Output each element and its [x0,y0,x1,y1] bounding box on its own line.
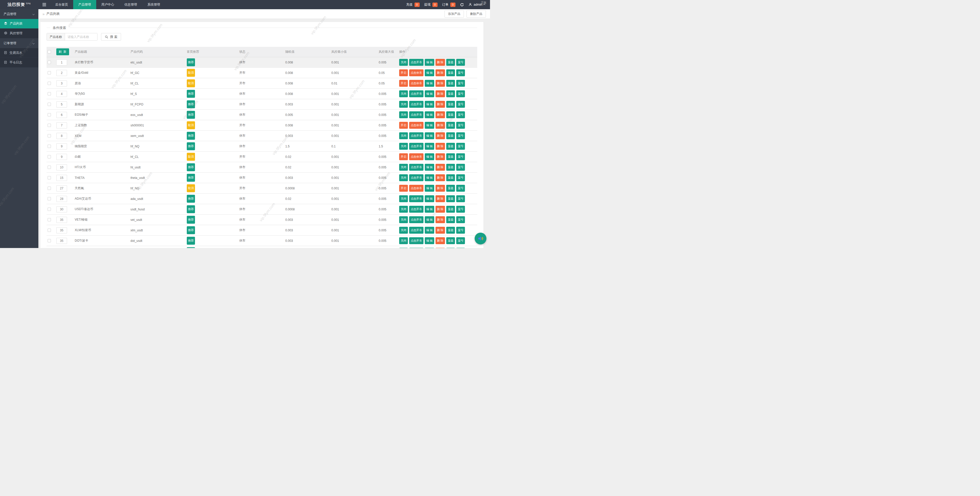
counter-提现[interactable]: 提现0 [424,3,438,7]
row-checkbox[interactable] [48,197,51,200]
sidebar-item-平仓日志[interactable]: 平仓日志 [0,58,38,67]
row-action-button[interactable]: 显盈 [446,206,455,213]
row-action-button[interactable]: 显亏 [456,111,465,118]
row-sort-input[interactable]: 8 [56,133,67,139]
recommend-badge[interactable]: 推荐 [187,247,195,248]
row-checkbox[interactable] [48,228,51,232]
row-checkbox[interactable] [48,71,51,75]
row-action-button[interactable]: 编 辑 [425,174,434,181]
user-menu[interactable]: admin [469,3,485,6]
row-action-button[interactable]: 显亏 [456,153,465,160]
row-action-button[interactable]: 显盈 [446,90,455,97]
row-sort-input[interactable]: 28 [56,196,67,202]
row-action-button[interactable]: 删 除 [436,143,445,150]
row-action-button[interactable]: 关闭 [399,248,408,248]
row-action-button[interactable]: 显亏 [456,174,465,181]
row-action-button[interactable]: 删 除 [436,206,445,213]
row-action-button[interactable]: 删 除 [436,164,445,171]
row-action-button[interactable]: 点击开市 [409,132,423,139]
row-checkbox[interactable] [48,155,51,158]
menu-toggle-icon[interactable] [38,0,50,9]
row-action-button[interactable]: 显亏 [456,90,465,97]
row-checkbox[interactable] [48,239,51,242]
row-action-button[interactable]: 关闭 [399,132,408,139]
row-action-button[interactable]: 点击休市 [409,185,423,192]
row-action-button[interactable]: 编 辑 [425,206,434,213]
row-action-button[interactable]: 删 除 [436,174,445,181]
table-refresh-button[interactable]: 刷 新 [56,48,69,55]
row-action-button[interactable]: 删 除 [436,59,445,66]
row-action-button[interactable]: 点击休市 [409,122,423,129]
row-action-button[interactable]: 删 除 [436,101,445,108]
top-menu-item[interactable]: 后台首页 [50,0,73,9]
row-action-button[interactable]: 开启 [399,69,408,76]
row-action-button[interactable]: 点击开市 [409,111,423,118]
row-action-button[interactable]: 关闭 [399,206,408,213]
row-action-button[interactable]: 编 辑 [425,195,434,202]
row-action-button[interactable]: 关闭 [399,227,408,234]
top-menu-item[interactable]: 系统管理 [142,0,165,9]
row-action-button[interactable]: 显盈 [446,143,455,150]
row-checkbox[interactable] [48,134,51,137]
row-action-button[interactable]: 显亏 [456,237,465,244]
row-action-button[interactable]: 编 辑 [425,69,434,76]
row-action-button[interactable]: 点击开市 [409,206,423,213]
recommend-badge[interactable]: 取消 [187,69,195,77]
row-action-button[interactable]: 编 辑 [425,122,434,129]
delete-product-button[interactable]: 删除产品 [466,10,486,18]
row-action-button[interactable]: 编 辑 [425,132,434,139]
row-action-button[interactable]: 删 除 [436,122,445,129]
row-action-button[interactable]: 显盈 [446,132,455,139]
row-action-button[interactable]: 开启 [399,153,408,160]
row-sort-input[interactable]: 4 [56,91,67,97]
row-action-button[interactable]: 显亏 [456,216,465,223]
sidebar-item-风控管理[interactable]: 风控管理 [0,29,38,38]
row-action-button[interactable]: 编 辑 [425,90,434,97]
row-action-button[interactable]: 删 除 [436,237,445,244]
row-action-button[interactable]: 编 辑 [425,143,434,150]
row-checkbox[interactable] [48,207,51,211]
row-sort-input[interactable]: 35 [56,238,67,244]
row-action-button[interactable]: 显盈 [446,69,455,76]
row-action-button[interactable]: 编 辑 [425,153,434,160]
row-sort-input[interactable]: 35 [56,227,67,233]
row-action-button[interactable]: 显亏 [456,143,465,150]
row-action-button[interactable]: 点击开市 [409,195,423,202]
row-sort-input[interactable]: 27 [56,185,67,191]
row-action-button[interactable]: 点击开市 [409,237,423,244]
row-checkbox[interactable] [48,124,51,127]
row-action-button[interactable]: 显盈 [446,101,455,108]
row-sort-input[interactable]: 6 [56,112,67,118]
row-action-button[interactable]: 显盈 [446,111,455,118]
row-action-button[interactable]: 点击开市 [409,174,423,181]
row-action-button[interactable]: 编 辑 [425,80,434,87]
recommend-badge[interactable]: 推荐 [187,132,195,140]
row-action-button[interactable]: 开启 [399,185,408,192]
row-action-button[interactable]: 点击开市 [409,143,423,150]
recommend-badge[interactable]: 推荐 [187,100,195,108]
row-sort-input[interactable]: 30 [56,206,67,212]
row-action-button[interactable]: 显亏 [456,195,465,202]
row-action-button[interactable]: 关闭 [399,164,408,171]
row-action-button[interactable]: 点击开市 [409,101,423,108]
row-checkbox[interactable] [48,103,51,106]
row-action-button[interactable]: 显盈 [446,122,455,129]
recommend-badge[interactable]: 推荐 [187,237,195,245]
row-action-button[interactable]: 删 除 [436,248,445,248]
product-name-input[interactable] [65,33,97,40]
row-action-button[interactable]: 显盈 [446,216,455,223]
row-action-button[interactable]: 显亏 [456,69,465,76]
row-sort-input[interactable]: 5 [56,101,67,107]
row-action-button[interactable]: 编 辑 [425,237,434,244]
counter-订单[interactable]: 订单0 [442,3,455,7]
row-action-button[interactable]: 删 除 [436,185,445,192]
row-action-button[interactable]: 删 除 [436,80,445,87]
row-sort-input[interactable]: 10 [56,164,67,171]
row-action-button[interactable]: 点击开市 [409,216,423,223]
row-action-button[interactable]: 关闭 [399,143,408,150]
row-action-button[interactable]: 编 辑 [425,101,434,108]
row-action-button[interactable]: 显亏 [456,206,465,213]
row-action-button[interactable]: 点击开市 [409,248,423,248]
row-action-button[interactable]: 关闭 [399,237,408,244]
row-action-button[interactable]: 显亏 [456,185,465,192]
